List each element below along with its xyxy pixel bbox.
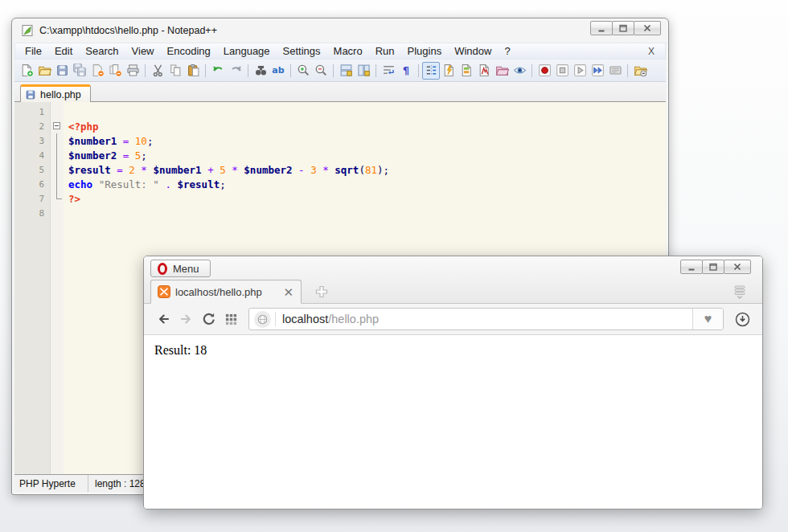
code-line-5[interactable]: 5$result = 2 * $number1 + 5 * $number2 -… <box>14 162 666 177</box>
menu-view[interactable]: View <box>125 43 161 59</box>
browser-viewport: Result: 18 <box>144 335 762 509</box>
function-list-icon <box>442 63 456 77</box>
find-button[interactable] <box>252 62 269 80</box>
macro-play-button[interactable] <box>571 62 589 80</box>
site-badge[interactable] <box>249 311 275 328</box>
code-line-4[interactable]: 4$number2 = 5; <box>14 148 666 162</box>
menu-help[interactable]: ? <box>498 43 516 59</box>
back-button[interactable] <box>152 308 174 330</box>
folder-as-workspace-button[interactable] <box>493 62 511 80</box>
notepad-tabbar: hello.php <box>14 82 666 102</box>
code-line-3[interactable]: 3$number1 = 10; <box>14 133 666 148</box>
close-button[interactable] <box>724 260 751 274</box>
macro-stop-icon <box>556 63 569 77</box>
menu-run[interactable]: Run <box>369 43 401 59</box>
code-line-6[interactable]: 6echo "Result: " . $result; <box>14 177 666 191</box>
toolbar-separator <box>531 64 532 77</box>
save-button[interactable] <box>53 62 71 80</box>
status-doctype: PHP Hyperte <box>14 475 88 492</box>
code-line-7[interactable]: 7?> <box>14 191 666 206</box>
document-map-button[interactable] <box>458 62 475 80</box>
np-menu-items: FileEditSearchViewEncodingLanguageSettin… <box>18 43 517 59</box>
menu-macro[interactable]: Macro <box>327 43 369 59</box>
close-tab-icon[interactable]: ✕ <box>282 286 294 298</box>
bookmark-heart-button[interactable]: ♥ <box>692 309 723 329</box>
code-line-2[interactable]: 2<?php <box>14 119 666 133</box>
sync-horizontal-button[interactable] <box>355 62 372 80</box>
monitoring-button[interactable] <box>511 62 528 80</box>
tab-label: hello.php <box>40 89 81 100</box>
globe-icon <box>254 311 271 328</box>
new-tab-button[interactable] <box>314 284 329 299</box>
toolbar-separator <box>418 64 419 77</box>
open-folder-button[interactable] <box>35 62 53 80</box>
tab-hello-php[interactable]: hello.php <box>20 84 91 102</box>
macro-run-multiple-icon <box>591 63 605 77</box>
maximize-button[interactable] <box>702 260 724 274</box>
menubar-close-x[interactable]: X <box>641 46 662 57</box>
downloads-button[interactable] <box>730 307 754 331</box>
toolbar-separator <box>333 64 334 77</box>
save-all-icon <box>73 63 87 77</box>
function-list-button[interactable] <box>440 62 458 80</box>
replace-button[interactable]: ab <box>269 62 287 80</box>
sync-vertical-button[interactable] <box>337 62 355 80</box>
code-text: $result = 2 * $number1 + 5 * $number2 - … <box>64 164 666 176</box>
address-bar[interactable]: localhost/hello.php ♥ <box>248 308 724 330</box>
menu-plugins[interactable]: Plugins <box>401 43 449 59</box>
menu-encoding[interactable]: Encoding <box>161 43 217 59</box>
macro-run-multiple-button[interactable] <box>589 62 606 80</box>
fold-marker-line <box>51 133 64 148</box>
speed-dial-icon[interactable] <box>220 308 242 330</box>
zoom-out-button[interactable] <box>312 62 330 80</box>
reload-button[interactable] <box>197 308 220 330</box>
copy-button[interactable] <box>166 62 184 80</box>
code-line-8[interactable]: 8 <box>14 206 666 220</box>
document-switcher-button[interactable] <box>475 62 493 80</box>
line-number: 4 <box>14 150 51 161</box>
opera-menu-button[interactable]: Menu <box>150 260 211 277</box>
url-host: localhost <box>282 313 328 325</box>
code-text: $number2 = 5; <box>64 149 666 162</box>
zoom-in-button[interactable] <box>294 62 312 80</box>
minimize-button[interactable] <box>680 260 703 274</box>
menu-language[interactable]: Language <box>217 43 277 59</box>
paste-button[interactable] <box>184 62 202 80</box>
save-all-button[interactable] <box>71 62 88 80</box>
undo-button[interactable] <box>209 62 227 80</box>
code-rows: 12<?php3$number1 = 10;4$number2 = 5;5$re… <box>14 104 666 220</box>
url-text[interactable]: localhost/hello.php <box>276 313 379 325</box>
browser-tab[interactable]: localhost/hello.php ✕ <box>150 280 302 304</box>
code-text: $number1 = 10; <box>64 135 666 147</box>
fold-marker-open[interactable] <box>51 119 64 133</box>
maximize-button[interactable] <box>612 21 634 35</box>
print-button[interactable] <box>124 62 142 80</box>
show-indent-guide-button[interactable] <box>422 62 440 80</box>
close-all-docs-button[interactable] <box>106 62 124 80</box>
forward-button[interactable] <box>174 308 197 330</box>
open-containing-folder-button[interactable] <box>631 62 649 80</box>
fold-marker-end <box>51 191 64 206</box>
menu-window[interactable]: Window <box>448 43 498 59</box>
menu-settings[interactable]: Settings <box>277 43 327 59</box>
menu-search[interactable]: Search <box>79 43 125 59</box>
show-all-characters-button[interactable]: ¶ <box>397 62 415 80</box>
menu-file[interactable]: File <box>18 43 48 59</box>
close-doc-button[interactable] <box>88 62 106 80</box>
redo-button[interactable] <box>227 62 244 80</box>
macro-stop-button[interactable] <box>553 62 571 80</box>
zoom-in-icon <box>297 63 310 77</box>
word-wrap-button[interactable] <box>380 62 397 80</box>
toolbar-separator <box>205 64 206 77</box>
macro-save-button[interactable] <box>606 62 624 80</box>
menu-edit[interactable]: Edit <box>48 43 79 59</box>
code-line-1[interactable]: 1 <box>14 104 666 119</box>
minimize-button[interactable] <box>590 21 613 35</box>
new-file-button[interactable] <box>18 62 35 80</box>
tab-menu-icon[interactable] <box>732 284 748 300</box>
close-button[interactable] <box>634 21 661 35</box>
cut-button[interactable] <box>149 62 166 80</box>
macro-record-button[interactable] <box>536 62 553 80</box>
notepad-titlebar[interactable]: C:\xampp\htdocs\hello.php - Notepad++ <box>14 18 666 43</box>
paste-icon <box>187 63 200 77</box>
